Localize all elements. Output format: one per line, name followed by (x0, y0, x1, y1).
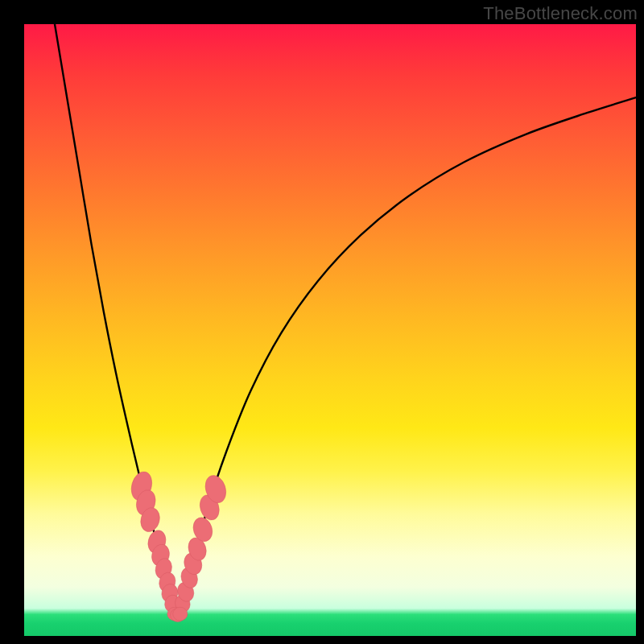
curve-right-branch (180, 97, 636, 614)
chart-stage: TheBottleneck.com (0, 0, 644, 644)
plot-area (24, 24, 636, 636)
watermark-text: TheBottleneck.com (483, 3, 638, 24)
bead-cluster (128, 469, 229, 622)
curve-left-branch (55, 24, 175, 614)
chart-svg (24, 24, 636, 636)
bead (173, 607, 188, 621)
